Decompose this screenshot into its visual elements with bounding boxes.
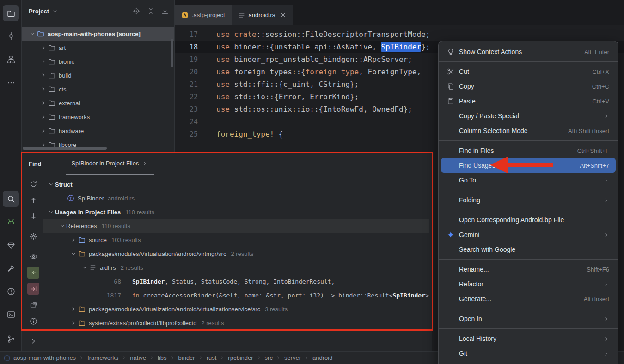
project-tree-item-bionic[interactable]: bionic (22, 55, 174, 68)
project-panel-title[interactable]: Project (29, 8, 49, 15)
project-horizontal-scrollbar[interactable] (23, 147, 107, 150)
menu-item-folding[interactable]: Folding (441, 193, 616, 207)
more-tool-windows-icon[interactable] (3, 74, 19, 91)
results-count: 103 results (111, 237, 141, 243)
chevron-right-icon[interactable] (39, 72, 47, 79)
chevron-down-icon[interactable] (69, 250, 77, 257)
scroll-from-source-icon[interactable] (27, 283, 39, 295)
chevron-down-icon[interactable] (28, 30, 36, 37)
info-icon[interactable] (27, 315, 39, 327)
search-tool-icon[interactable] (3, 191, 19, 207)
menu-item-copy-paste-special[interactable]: Copy / Paste Special (441, 109, 616, 123)
menu-item-open-corresponding-android-bp-file[interactable]: Open Corresponding Android.bp File (441, 212, 616, 227)
find-row-packages-modules-virtualization-android-virtmgr-src[interactable]: packages/modules/Virtualization/android/… (43, 247, 429, 261)
project-tree-item-art[interactable]: art (22, 41, 174, 55)
find-row-system-extras-profcollectd-libprofcollectd[interactable]: system/extras/profcollectd/libprofcollec… (43, 316, 429, 330)
project-tree-item-frameworks[interactable]: frameworks (22, 110, 174, 124)
breadcrumb-item-src[interactable]: src (265, 354, 273, 361)
menu-item-refactor[interactable]: Refactor (441, 277, 616, 291)
project-tree-item-hardware[interactable]: hardware (22, 124, 174, 138)
menu-item-copy[interactable]: CopyCtrl+C (441, 79, 616, 94)
chevron-down-icon[interactable] (47, 209, 55, 215)
menu-item-local-history[interactable]: Local History (441, 331, 616, 346)
breadcrumb-item-binder[interactable]: binder (178, 354, 195, 361)
chevron-down-icon[interactable] (58, 223, 66, 229)
chevron-down-icon[interactable] (47, 181, 55, 188)
expand-toolbar-icon[interactable] (27, 335, 39, 347)
chevron-right-icon[interactable] (39, 100, 47, 106)
menu-item-gemini[interactable]: Gemini (441, 227, 616, 242)
breadcrumb-item-server[interactable]: server (284, 354, 301, 361)
version-control-icon[interactable] (3, 331, 19, 347)
close-icon[interactable] (143, 161, 148, 166)
menu-item-search-with-google[interactable]: Search with Google (441, 242, 616, 257)
next-occurrence-icon[interactable] (27, 210, 39, 222)
find-usage-line-1817[interactable]: 1817fn createAccessorBinder(&self, name:… (43, 288, 429, 302)
rerun-search-icon[interactable] (27, 178, 39, 190)
breadcrumb-item-rpcbinder[interactable]: rpcbinder (228, 354, 253, 361)
chevron-right-icon[interactable] (69, 306, 77, 312)
menu-item-cut[interactable]: CutCtrl+X (441, 64, 616, 79)
chevron-right-icon[interactable] (39, 86, 47, 92)
breadcrumb-item-android[interactable]: android (312, 354, 332, 361)
breadcrumb-item-frameworks[interactable]: frameworks (87, 354, 118, 361)
menu-item-column-selection-mode[interactable]: Column Selection ModeAlt+Shift+Insert (441, 123, 616, 138)
chevron-right-icon[interactable] (39, 114, 47, 120)
project-tool-icon[interactable] (3, 5, 19, 21)
find-row-packages-modules-virtualization-android-virtualizationservice-src[interactable]: packages/modules/Virtualization/android/… (43, 302, 429, 316)
breadcrumb-item-native[interactable]: native (130, 354, 146, 361)
menu-item-go-to[interactable]: Go To (441, 173, 616, 188)
menu-item-rename[interactable]: Rename...Shift+F6 (441, 262, 616, 277)
collapse-all-icon[interactable] (147, 7, 154, 15)
project-tree-item-external[interactable]: external (22, 96, 174, 110)
chevron-right-icon[interactable] (39, 58, 47, 65)
chevron-right-icon[interactable] (69, 320, 77, 326)
menu-item-paste[interactable]: PasteCtrl+V (441, 94, 616, 109)
build-tool-icon[interactable] (3, 260, 19, 276)
commit-tool-icon[interactable] (3, 28, 19, 44)
problems-tool-icon[interactable] (3, 283, 19, 299)
scroll-to-source-icon[interactable] (27, 267, 39, 279)
locate-file-icon[interactable] (133, 7, 140, 15)
terminal-tool-icon[interactable] (3, 306, 19, 322)
editor-tab-android-rs[interactable]: android.rs (232, 5, 293, 25)
find-results-tab[interactable]: SpIBinder in Project Files (66, 153, 154, 175)
breadcrumb-item-libs[interactable]: libs (158, 354, 167, 361)
code-line-17[interactable]: 17use crate::session::FileDescriptorTran… (175, 28, 624, 41)
menu-item-open-in[interactable]: Open In (441, 311, 616, 326)
find-row-spibinder[interactable]: SpIBinderandroid.rs (43, 191, 429, 205)
hide-panel-icon[interactable] (161, 7, 169, 15)
chevron-right-icon[interactable] (39, 127, 47, 134)
project-vertical-scrollbar[interactable] (171, 39, 173, 67)
chevron-right-icon[interactable] (39, 44, 47, 51)
structure-tool-icon[interactable] (3, 51, 19, 67)
breadcrumb-item-rust[interactable]: rust (207, 354, 217, 361)
menu-item-show-context-actions[interactable]: Show Context ActionsAlt+Enter (441, 44, 616, 59)
close-icon[interactable] (280, 12, 286, 18)
find-row-aidl-rs[interactable]: aidl.rs2 results (43, 261, 429, 274)
project-tree-item-build[interactable]: build (22, 68, 174, 82)
project-tree-item-aosp-main-with-phones-source[interactable]: aosp-main-with-phones [source] (22, 27, 174, 41)
file-suffix: android.rs (108, 195, 135, 202)
device-manager-icon[interactable] (3, 237, 19, 253)
preview-usages-icon[interactable] (27, 250, 39, 262)
menu-item-find-usages[interactable]: Find UsagesAlt+Shift+7 (441, 158, 616, 173)
project-tree-item-cts[interactable]: cts (22, 82, 174, 96)
find-row-usages-in-project-files[interactable]: Usages in Project Files110 results (43, 205, 429, 219)
find-row-references[interactable]: References110 results (43, 219, 429, 233)
find-usage-line-68[interactable]: 68SpIBinder, Status, StatusCode, Strong,… (43, 274, 429, 288)
chevron-down-icon[interactable] (52, 8, 58, 14)
chevron-right-icon[interactable] (69, 237, 77, 243)
open-in-new-tab-icon[interactable] (27, 299, 39, 311)
running-devices-icon[interactable] (3, 214, 19, 230)
menu-item-find-in-files[interactable]: Find in FilesCtrl+Shift+F (441, 143, 616, 158)
menu-item-generate[interactable]: Generate...Alt+Insert (441, 291, 616, 306)
find-row-struct[interactable]: Struct (43, 177, 429, 191)
breadcrumb-item-aosp-main-with-phones[interactable]: aosp-main-with-phones (13, 354, 76, 361)
chevron-down-icon[interactable] (80, 264, 88, 271)
menu-item-git[interactable]: Git (441, 346, 616, 361)
find-row-source[interactable]: source103 results (43, 233, 429, 247)
editor-tab-asfp-project[interactable]: .asfp-project (175, 5, 232, 25)
settings-icon[interactable] (27, 230, 39, 242)
previous-occurrence-icon[interactable] (27, 194, 39, 206)
